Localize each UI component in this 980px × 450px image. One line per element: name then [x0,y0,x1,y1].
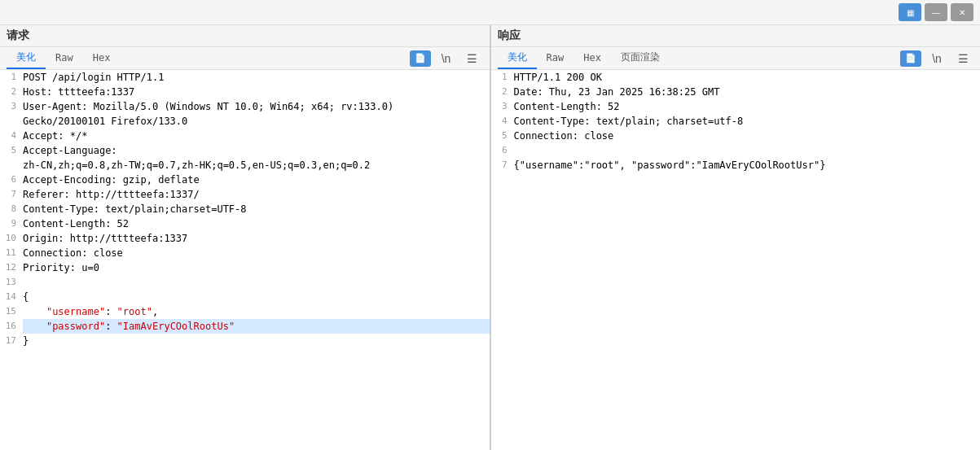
request-panel-header: 请求 [0,25,490,47]
request-tab-actions: 📄 \n ☰ [410,50,483,67]
response-tab-bar: 美化 Raw Hex 页面渲染 📄 \n ☰ [491,47,981,70]
tab-response-render[interactable]: 页面渲染 [611,47,670,69]
tab-request-hex[interactable]: Hex [83,49,121,68]
request-line-10: 10 Origin: http://tttteefa:1337 [0,231,490,246]
response-line-1: 1 HTTP/1.1 200 OK [491,70,981,85]
request-tab-bar: 美化 Raw Hex 📄 \n ☰ [0,47,490,70]
response-line-5: 5 Connection: close [491,129,981,143]
response-line-2: 2 Date: Thu, 23 Jan 2025 16:38:25 GMT [491,85,981,99]
request-line-6: 6 Accept-Encoding: gzip, deflate [0,173,490,187]
request-line-9: 9 Content-Length: 52 [0,216,490,231]
request-line-15: 15 "username": "root", [0,304,490,319]
response-tab-actions: 📄 \n ☰ [900,50,973,67]
request-menu-btn[interactable]: ☰ [462,50,483,67]
request-line-17: 17 } [0,334,490,348]
request-panel: 请求 美化 Raw Hex 📄 \n ☰ 1 POST /api/login H… [0,25,490,450]
request-line-14: 14 { [0,290,490,304]
tab-response-beautify[interactable]: 美化 [498,47,537,69]
request-line-3b: Gecko/20100101 Firefox/133.0 [0,114,490,129]
request-line-1: 1 POST /api/login HTTP/1.1 [0,70,490,85]
request-line-12: 12 Priority: u=0 [0,260,490,275]
response-code-area[interactable]: 1 HTTP/1.1 200 OK 2 Date: Thu, 23 Jan 20… [491,70,981,450]
request-line-11: 11 Connection: close [0,246,490,260]
minimize-btn[interactable]: — [925,3,947,21]
request-line-4: 4 Accept: */* [0,129,490,143]
response-line-7: 7 {"username":"root", "password":"IamAvE… [491,158,981,173]
response-line-4: 4 Content-Type: text/plain; charset=utf-… [491,114,981,129]
response-copy-btn[interactable]: 📄 [900,50,921,67]
response-panel: 响应 美化 Raw Hex 页面渲染 📄 \n ☰ 1 HTTP/1.1 200… [491,25,981,450]
top-bar: ▦ — ✕ [0,0,980,25]
request-code-area[interactable]: 1 POST /api/login HTTP/1.1 2 Host: tttte… [0,70,490,450]
request-line-16: 16 "password": "IamAvEryCOolRootUs" [0,319,490,334]
request-line-3: 3 User-Agent: Mozilla/5.0 (Windows NT 10… [0,99,490,114]
response-panel-header: 响应 [491,25,981,47]
request-line-7: 7 Referer: http://tttteefa:1337/ [0,187,490,202]
tab-request-raw[interactable]: Raw [46,49,83,68]
request-newline-btn[interactable]: \n [436,50,457,67]
request-line-8: 8 Content-Type: text/plain;charset=UTF-8 [0,202,490,216]
response-title: 响应 [498,28,521,43]
tab-response-raw[interactable]: Raw [537,49,574,68]
tab-request-beautify[interactable]: 美化 [7,47,46,69]
response-newline-btn[interactable]: \n [926,50,947,67]
main-area: 请求 美化 Raw Hex 📄 \n ☰ 1 POST /api/login H… [0,25,980,450]
close-btn[interactable]: ✕ [951,3,973,21]
response-line-3: 3 Content-Length: 52 [491,99,981,114]
request-line-5: 5 Accept-Language: [0,143,490,158]
response-line-6: 6 [491,143,981,158]
request-line-2: 2 Host: tttteefa:1337 [0,85,490,99]
request-title: 请求 [7,28,29,43]
request-line-5b: zh-CN,zh;q=0.8,zh-TW;q=0.7,zh-HK;q=0.5,e… [0,158,490,173]
layout-btn[interactable]: ▦ [899,3,921,21]
request-copy-btn[interactable]: 📄 [410,50,431,67]
tab-response-hex[interactable]: Hex [573,49,611,68]
request-line-13: 13 [0,275,490,290]
response-menu-btn[interactable]: ☰ [952,50,973,67]
